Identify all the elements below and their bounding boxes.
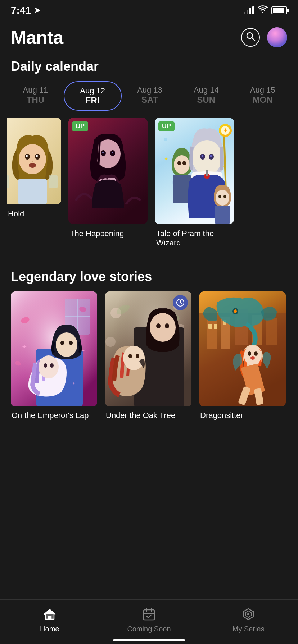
svg-rect-95: [214, 324, 217, 329]
story-card-emperor[interactable]: ✦ ✦ ✦ On the Emperor's Lap: [11, 291, 97, 420]
comic-title-pram: Tale of Pram theWizard: [155, 229, 227, 248]
svg-point-98: [234, 309, 237, 313]
up-badge-happening: UP: [72, 121, 88, 131]
comic-card-hold[interactable]: … Hold: [7, 118, 61, 248]
date-tab-sat[interactable]: Aug 13 SAT: [122, 81, 178, 111]
svg-point-19: [112, 152, 113, 153]
svg-rect-10: [18, 179, 47, 204]
svg-point-58: [56, 332, 77, 357]
svg-point-73: [105, 337, 116, 347]
home-icon: [41, 606, 58, 623]
svg-point-8: [36, 155, 38, 157]
date-tab-fri[interactable]: Aug 12 FRI: [64, 81, 122, 111]
story-card-dragon[interactable]: Dragonsitter: [199, 291, 286, 420]
comics-scroll: … Hold: [7, 118, 298, 248]
date-tab-mon[interactable]: Aug 15 MON: [234, 81, 291, 111]
svg-point-80: [165, 323, 169, 328]
svg-point-103: [250, 356, 255, 360]
svg-rect-47: [215, 206, 230, 224]
svg-point-31: [182, 161, 186, 165]
svg-rect-108: [144, 610, 154, 620]
svg-point-82: [128, 354, 132, 358]
svg-point-21: [164, 138, 167, 141]
comic-card-pram[interactable]: ✦ ✦ ★: [155, 118, 234, 248]
battery-icon: [271, 6, 287, 14]
svg-point-4: [19, 144, 46, 174]
svg-point-63: [44, 363, 47, 368]
svg-point-17: [110, 150, 115, 156]
love-stories-scroll: ✦ ✦ ✦ On the Emperor's Lap: [0, 291, 298, 420]
story-title-oak: Under the Oak Tree: [105, 411, 191, 420]
svg-rect-11: [7, 175, 9, 188]
story-title-emperor: On the Emperor's Lap: [11, 411, 97, 420]
svg-point-44: [216, 190, 229, 206]
story-card-oak[interactable]: Under the Oak Tree: [105, 291, 191, 420]
svg-point-114: [247, 613, 249, 615]
story-title-dragon: Dragonsitter: [199, 411, 286, 420]
svg-point-18: [102, 152, 104, 153]
svg-point-36: [202, 155, 203, 157]
svg-text:✦: ✦: [22, 343, 27, 350]
svg-point-59: [60, 341, 64, 345]
svg-point-83: [136, 354, 139, 358]
svg-point-64: [50, 363, 54, 368]
svg-text:✦: ✦: [164, 156, 168, 162]
nav-coming-soon[interactable]: Coming Soon: [127, 606, 171, 633]
svg-text:✦: ✦: [223, 127, 228, 134]
svg-rect-94: [208, 324, 212, 329]
daily-calendar-section: Daily calendar Aug 11 THU Aug 12 FRI Aug…: [0, 55, 298, 248]
svg-point-7: [26, 155, 28, 157]
svg-rect-93: [266, 318, 277, 345]
svg-point-62: [39, 355, 59, 378]
nav-my-series[interactable]: My Series: [227, 606, 270, 633]
svg-point-30: [177, 161, 181, 165]
nav-home-label: Home: [40, 625, 59, 633]
svg-text:✦: ✦: [81, 348, 85, 354]
svg-line-1: [252, 38, 255, 41]
svg-point-16: [101, 150, 106, 156]
legendary-section: Legendary love stories: [0, 266, 298, 420]
svg-point-9: [29, 163, 36, 168]
svg-text:✦: ✦: [72, 381, 76, 386]
header-icons: [241, 27, 287, 47]
date-tab-sun[interactable]: Aug 14 SUN: [178, 81, 234, 111]
daily-calendar-title: Daily calendar: [0, 55, 298, 81]
status-icons: [244, 5, 287, 15]
up-badge-pram: UP: [158, 121, 175, 131]
svg-point-37: [210, 155, 212, 157]
date-tab-thu[interactable]: Aug 11 THU: [7, 81, 64, 111]
status-bar: 7:41 ➤: [0, 0, 298, 19]
comic-card-happening[interactable]: UP The Happening: [68, 118, 148, 248]
my-series-icon: [240, 606, 257, 623]
svg-point-78: [150, 313, 176, 342]
comic-title-hold: … Hold: [7, 209, 61, 218]
search-button[interactable]: [241, 28, 260, 47]
avatar[interactable]: [267, 27, 287, 47]
home-indicator: [113, 639, 185, 641]
nav-home[interactable]: Home: [28, 606, 71, 633]
nav-my-series-label: My Series: [232, 625, 265, 633]
svg-rect-107: [48, 616, 51, 619]
svg-point-102: [254, 351, 258, 356]
bottom-nav: Home Coming Soon My Series: [0, 599, 298, 644]
svg-point-101: [248, 351, 251, 356]
svg-rect-39: [206, 170, 208, 176]
location-icon: ➤: [34, 6, 40, 15]
app-logo: Manta: [11, 27, 63, 48]
svg-line-86: [180, 303, 182, 303]
nav-coming-soon-label: Coming Soon: [127, 625, 171, 633]
coming-soon-icon: [140, 606, 158, 623]
svg-point-29: [174, 155, 190, 174]
svg-point-60: [69, 341, 73, 345]
search-icon: [245, 31, 256, 44]
signal-icon: [244, 6, 254, 14]
date-tabs: Aug 11 THU Aug 12 FRI Aug 13 SAT Aug 14 …: [0, 81, 298, 111]
svg-point-79: [156, 323, 161, 328]
status-time: 7:41 ➤: [11, 5, 40, 16]
svg-point-33: [192, 140, 222, 175]
header: Manta: [0, 19, 298, 55]
svg-point-81: [123, 346, 145, 370]
wifi-icon: [258, 5, 268, 15]
clock-badge-oak: [173, 295, 188, 310]
legendary-title: Legendary love stories: [0, 266, 298, 291]
